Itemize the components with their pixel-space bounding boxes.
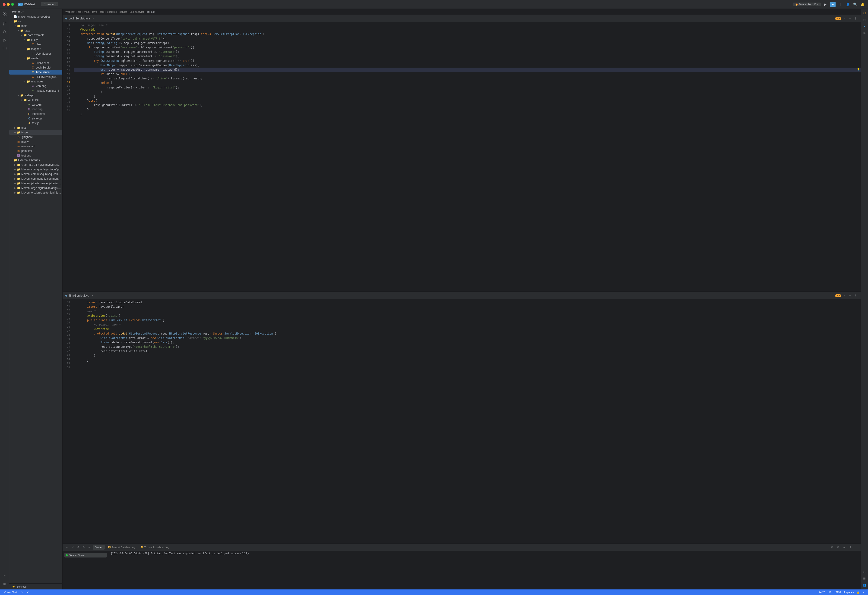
right-plugin-icon3[interactable]: 👥 <box>862 582 867 588</box>
tree-item-webinf[interactable]: ▾ 📁 WEB-INF <box>9 98 62 102</box>
tree-item-mybatis[interactable]: ✦ mybatis-config.xml <box>9 88 62 93</box>
activity-services-icon[interactable]: ≡ <box>1 572 8 579</box>
tree-item-java[interactable]: ▾ 📁 java <box>9 28 62 33</box>
status-indent[interactable]: 4 spaces <box>842 591 855 594</box>
right-plugin-icon1[interactable]: ⊙ <box>862 569 867 574</box>
server-item-tomcat[interactable]: Tomcat Server <box>64 553 107 558</box>
tree-item-index-html[interactable]: H index.html <box>9 112 62 116</box>
status-readonly-toggle[interactable]: 🔒 <box>855 591 861 594</box>
navigate-up-button[interactable]: ∧ <box>842 16 847 21</box>
tree-item-test-js[interactable]: J test.js <box>9 121 62 125</box>
search-everywhere-button[interactable]: 🔍 <box>852 1 858 7</box>
tree-item-gitignore[interactable]: ⊙ .gitignore <box>9 135 62 139</box>
tree-item-webapp-icon[interactable]: 🖼 icon.png <box>9 107 62 112</box>
navigate-up-button-2[interactable]: ∧ <box>842 293 847 298</box>
right-notifications-icon[interactable]: ⚠2 <box>862 11 867 16</box>
status-branch[interactable]: ⎇ WebTest <box>2 589 18 595</box>
breadcrumb-example[interactable]: example <box>107 10 117 13</box>
editor-tab-loginservlet[interactable]: LoginServlet.java ✕ <box>65 17 95 21</box>
panel-more-button[interactable]: ⋮ <box>854 545 859 550</box>
activity-project-icon[interactable] <box>1 11 8 18</box>
tree-item-usermapper[interactable]: I UserMapper <box>9 52 62 56</box>
more-actions-button[interactable]: ⋮ <box>837 1 843 7</box>
panel-restart-button[interactable]: ↺ <box>75 545 81 550</box>
panel-stop-button[interactable]: ■ <box>841 545 847 550</box>
tree-item-protobuf[interactable]: ▶ 📁 Maven: com.google.protobuf:pr <box>9 167 62 172</box>
breadcrumb-webtest[interactable]: WebTest <box>65 10 75 13</box>
activity-terminal-icon[interactable]: ⊞ <box>1 580 8 588</box>
tree-item-src[interactable]: ▾ 📁 src <box>9 19 62 24</box>
panel-tab-localhost[interactable]: 🐱 Tomcat Localhost Log <box>138 545 171 549</box>
panel-close-button[interactable]: ✕ <box>70 545 75 550</box>
navigate-down-button-2[interactable]: ∨ <box>847 293 852 298</box>
tree-item-apiguardian[interactable]: ▶ 📁 Maven: org.apiguardian:apiguar... <box>9 186 62 190</box>
panel-tab-catalina[interactable]: 🐱 Tomcat Catalina Log <box>106 545 137 549</box>
navigate-down-button[interactable]: ∨ <box>847 16 852 21</box>
tree-item-jakarta[interactable]: ▶ 📁 Maven: jakarta.servlet:jakarta.s... <box>9 181 62 186</box>
more-actions-pane1[interactable]: ⋮ <box>853 16 858 21</box>
code-editor-timeservlet[interactable]: 10 11 12 13 14 15 16 17 18 19 20 21 <box>63 299 861 543</box>
status-line-col[interactable]: 44:23 <box>817 591 827 594</box>
tree-item-user[interactable]: C User <box>9 42 62 47</box>
minimize-button[interactable] <box>7 3 10 6</box>
panel-tab-server[interactable]: Server <box>93 545 105 549</box>
tree-item-mvnw-cmd[interactable]: m mvnw.cmd <box>9 144 62 149</box>
breadcrumb-src[interactable]: src <box>78 10 81 13</box>
breadcrumb-main[interactable]: main <box>84 10 90 13</box>
stop-button[interactable]: ■ <box>830 1 836 7</box>
tree-item-fileservlet[interactable]: C FileServlet <box>9 61 62 65</box>
panel-refresh2-button[interactable]: ⟳ <box>836 545 841 550</box>
tree-item-com-example[interactable]: ▾ 📁 com.example <box>9 33 62 37</box>
panel-refresh-button[interactable]: ⟳ <box>830 545 835 550</box>
panel-up-button[interactable]: ∧ <box>64 545 69 550</box>
tree-item-junit[interactable]: ▶ 📁 Maven: org.junit.jupiter:junit-jup..… <box>9 190 62 195</box>
tree-item-pom-xml[interactable]: m pom.xml <box>9 149 62 153</box>
fullscreen-button[interactable] <box>11 3 14 6</box>
tree-item-mvnw[interactable]: m mvnw <box>9 139 62 144</box>
activity-git-icon[interactable] <box>1 20 8 27</box>
editor-tab-timeservlet[interactable]: TimeServlet.java ✕ <box>65 294 94 298</box>
tree-item-webapp[interactable]: ▾ 📁 webapp <box>9 93 62 98</box>
panel-settings-button[interactable]: ⚙ <box>81 545 86 550</box>
code-editor-loginservlet[interactable]: 30 31 32 33 34 35 36 37 38 39 40 41 <box>63 22 861 291</box>
panel-add-button[interactable]: + <box>87 545 92 550</box>
tree-item-test-png[interactable]: 🖼 test.png <box>9 153 62 158</box>
close-button[interactable] <box>3 3 6 6</box>
status-errors[interactable]: ✕ <box>25 589 30 595</box>
tree-item-maven-wrapper[interactable]: 📄 maven-wrapper.properties <box>9 14 62 19</box>
tree-item-helloservlet[interactable]: C HelloServlet.java <box>9 75 62 79</box>
tree-item-timeservlet[interactable]: C TimeServlet <box>9 70 62 75</box>
status-warnings[interactable]: ⚠ <box>19 589 24 595</box>
run-button[interactable]: ▶ <box>822 1 828 7</box>
tree-item-external-libs[interactable]: ▾ 📁 External Libraries <box>9 158 62 162</box>
tree-item-servlet[interactable]: ▾ 📁 servlet <box>9 56 62 61</box>
breadcrumb-com[interactable]: com <box>100 10 105 13</box>
tab-close-timeservlet[interactable]: ✕ <box>91 294 94 298</box>
tree-item-mapper[interactable]: ▾ 📁 mapper <box>9 47 62 52</box>
activity-search-icon[interactable] <box>1 28 8 36</box>
tree-item-resources[interactable]: ▾ 📁 resources <box>9 79 62 84</box>
tree-item-commons-io[interactable]: ▶ 📁 Maven: commons-io:commons-... <box>9 177 62 181</box>
tree-item-webxml[interactable]: ✦ web.xml <box>9 102 62 107</box>
tree-item-test[interactable]: ▶ 📁 test <box>9 125 62 130</box>
notifications-button[interactable]: 🔔 <box>860 1 865 7</box>
services-panel-toggle[interactable]: ⚡ Services <box>9 583 62 589</box>
status-line-ending[interactable]: LF <box>827 591 832 594</box>
breadcrumb-servlet[interactable]: servlet <box>120 10 127 13</box>
tree-item-main[interactable]: ▾ 📁 main <box>9 24 62 28</box>
right-plugin-icon2[interactable]: ⊞ <box>862 576 867 581</box>
activity-run-icon[interactable] <box>1 37 8 44</box>
tab-close-loginservlet[interactable]: ✕ <box>91 17 95 21</box>
tree-item-icon-png[interactable]: 🖼 icon.png <box>9 84 62 88</box>
status-encoding[interactable]: UTF-8 <box>832 591 842 594</box>
panel-deploy-button[interactable]: ⬆ <box>847 545 853 550</box>
breadcrumb-java[interactable]: java <box>92 10 97 13</box>
profile-button[interactable]: 👤 <box>845 1 850 7</box>
tree-item-target[interactable]: ▶ 📁 target <box>9 130 62 135</box>
git-branch-selector[interactable]: ⎇ master ▾ <box>41 2 58 6</box>
status-vcs-icon[interactable]: ✓ <box>861 591 866 594</box>
panel-log-area[interactable]: [2024-05-04 03:54:04,439] Artifact WebTe… <box>109 551 861 589</box>
right-settings-icon[interactable]: ⚙ <box>862 17 867 23</box>
tree-item-mysql[interactable]: ▶ 📁 Maven: com.mysql:mysql-conn... <box>9 172 62 177</box>
more-actions-pane2[interactable]: ⋮ <box>853 293 858 298</box>
